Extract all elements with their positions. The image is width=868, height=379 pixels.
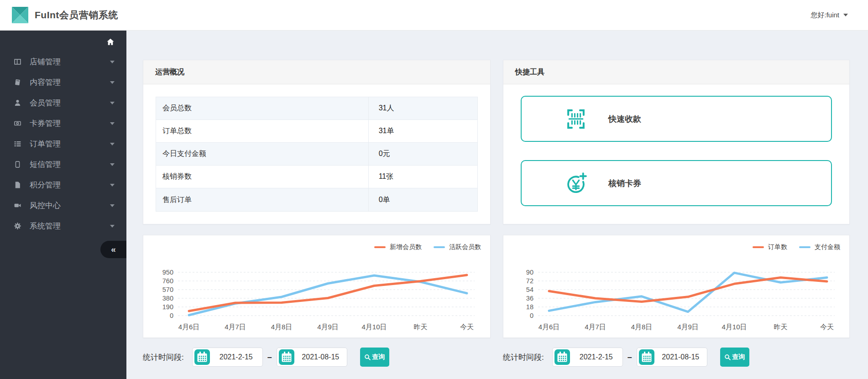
svg-text:570: 570 xyxy=(162,286,173,293)
svg-text:4月6日: 4月6日 xyxy=(539,323,560,331)
quick-tools-card: 快捷工具 快速收款核销卡券 xyxy=(503,60,850,224)
svg-text:昨天: 昨天 xyxy=(414,323,428,331)
search-icon xyxy=(724,354,731,361)
risk-camera-icon xyxy=(14,202,22,209)
calendar-icon xyxy=(639,349,654,365)
quick-tools-card-title: 快捷工具 xyxy=(503,60,849,84)
chevron-down-icon xyxy=(110,143,115,145)
svg-text:4月9日: 4月9日 xyxy=(677,323,699,331)
svg-text:今天: 今天 xyxy=(820,323,834,331)
sidebar-item-label: 风控中心 xyxy=(30,200,110,211)
svg-text:0: 0 xyxy=(530,312,533,319)
svg-text:4月8日: 4月8日 xyxy=(271,323,293,331)
end-date-value: 2021-08-15 xyxy=(294,353,347,361)
order-trend-chart-card: 订单数支付金额 018365472904月6日4月7日4月8日4月9日4月10日… xyxy=(503,235,850,338)
chevron-down-icon xyxy=(110,204,115,207)
end-date-input[interactable]: 2021-08-15 xyxy=(277,348,347,367)
svg-text:72: 72 xyxy=(526,277,533,285)
legend-label: 新增会员数 xyxy=(390,243,422,251)
calendar-icon xyxy=(554,349,570,365)
svg-text:4月7日: 4月7日 xyxy=(585,323,606,331)
search-button-label: 查询 xyxy=(372,353,385,361)
svg-text:4月10日: 4月10日 xyxy=(722,323,747,331)
sidebar-item-1[interactable]: 内容管理 xyxy=(0,72,126,93)
search-button-label: 查询 xyxy=(732,353,745,361)
chevron-down-icon xyxy=(843,14,848,16)
sidebar-item-5[interactable]: 短信管理 xyxy=(0,154,126,175)
stat-value: 31单 xyxy=(368,120,477,142)
filter-label: 统计时间段: xyxy=(503,352,544,363)
sidebar-item-3[interactable]: 卡券管理 xyxy=(0,113,126,134)
legend-item[interactable]: 活跃会员数 xyxy=(434,243,481,251)
svg-text:54: 54 xyxy=(526,286,533,293)
start-date-input[interactable]: 2021-2-15 xyxy=(192,348,263,367)
stat-value: 31人 xyxy=(368,97,477,119)
legend-swatch xyxy=(799,246,810,248)
chevron-down-icon xyxy=(110,102,115,104)
stat-label: 订单总数 xyxy=(156,120,368,142)
chevron-down-icon xyxy=(110,225,115,228)
tool-button-0[interactable]: 快速收款 xyxy=(521,96,832,142)
stat-row: 售后订单0单 xyxy=(156,188,477,211)
svg-text:190: 190 xyxy=(162,303,173,311)
home-icon[interactable] xyxy=(106,38,115,46)
legend-item[interactable]: 支付金额 xyxy=(799,243,840,251)
search-button[interactable]: 查询 xyxy=(360,348,389,367)
sidebar-item-7[interactable]: 风控中心 xyxy=(0,195,126,216)
user-dropdown[interactable]: 您好:fuint xyxy=(810,11,868,20)
brand: FuInt会员营销系统 xyxy=(0,7,118,23)
overview-card: 运营概况 会员总数31人订单总数31单今日支付金额0元核销券数11张售后订单0单 xyxy=(143,60,491,224)
member-filter-bar: 统计时间段:2021-2-15–2021-08-15查询 xyxy=(143,348,491,367)
stat-row: 今日支付金额0元 xyxy=(156,143,477,166)
sidebar-item-4[interactable]: 订单管理 xyxy=(0,134,126,154)
sidebar-item-label: 短信管理 xyxy=(30,159,110,170)
svg-text:4月7日: 4月7日 xyxy=(225,323,246,331)
sidebar-menu: 店铺管理内容管理会员管理卡券管理订单管理短信管理积分管理风控中心系统管理 xyxy=(0,52,126,236)
stat-row: 核销券数11张 xyxy=(156,166,477,188)
store-icon xyxy=(14,58,22,66)
calendar-icon xyxy=(194,349,210,365)
start-date-value: 2021-2-15 xyxy=(210,353,262,361)
date-range-separator: – xyxy=(267,353,272,362)
sidebar-item-8[interactable]: 系统管理 xyxy=(0,216,126,236)
points-file-icon xyxy=(14,181,22,189)
legend-swatch xyxy=(753,246,764,248)
sidebar: 店铺管理内容管理会员管理卡券管理订单管理短信管理积分管理风控中心系统管理 « xyxy=(0,31,126,379)
stat-label: 售后订单 xyxy=(156,188,368,211)
tool-button-label: 核销卡券 xyxy=(608,178,641,189)
overview-card-title: 运营概况 xyxy=(143,60,490,84)
app-header: FuInt会员营销系统 您好:fuint xyxy=(0,0,868,31)
tool-button-label: 快速收款 xyxy=(608,114,641,125)
start-date-input[interactable]: 2021-2-15 xyxy=(552,348,623,367)
search-button[interactable]: 查询 xyxy=(720,348,749,367)
stat-row: 会员总数31人 xyxy=(156,97,477,120)
svg-text:380: 380 xyxy=(162,295,173,302)
end-date-input[interactable]: 2021-08-15 xyxy=(637,348,707,367)
svg-text:昨天: 昨天 xyxy=(774,323,788,331)
calendar-icon xyxy=(279,349,294,365)
sidebar-collapse-button[interactable]: « xyxy=(100,241,126,258)
stat-label: 今日支付金额 xyxy=(156,143,368,165)
content-book-icon xyxy=(14,78,22,86)
legend-item[interactable]: 订单数 xyxy=(753,243,787,251)
chevron-down-icon xyxy=(110,81,115,84)
sidebar-item-label: 积分管理 xyxy=(30,180,110,190)
stat-label: 核销券数 xyxy=(156,166,368,188)
svg-text:4月8日: 4月8日 xyxy=(631,323,653,331)
legend-label: 活跃会员数 xyxy=(449,243,481,251)
member-trend-chart-card: 新增会员数活跃会员数 01903805707609504月6日4月7日4月8日4… xyxy=(143,235,491,338)
svg-text:4月10日: 4月10日 xyxy=(361,323,387,331)
legend-label: 订单数 xyxy=(768,243,787,251)
stat-value: 11张 xyxy=(368,166,477,188)
user-greeting: 您好:fuint xyxy=(810,11,839,20)
tool-button-1[interactable]: 核销卡券 xyxy=(521,160,832,206)
filter-label: 统计时间段: xyxy=(143,352,184,363)
legend-label: 支付金额 xyxy=(815,243,840,251)
gear-icon xyxy=(14,222,22,230)
sidebar-item-2[interactable]: 会员管理 xyxy=(0,93,126,113)
legend-item[interactable]: 新增会员数 xyxy=(374,243,422,251)
sidebar-item-6[interactable]: 积分管理 xyxy=(0,175,126,195)
svg-text:760: 760 xyxy=(162,277,173,285)
search-icon xyxy=(364,354,371,361)
sidebar-item-0[interactable]: 店铺管理 xyxy=(0,52,126,72)
